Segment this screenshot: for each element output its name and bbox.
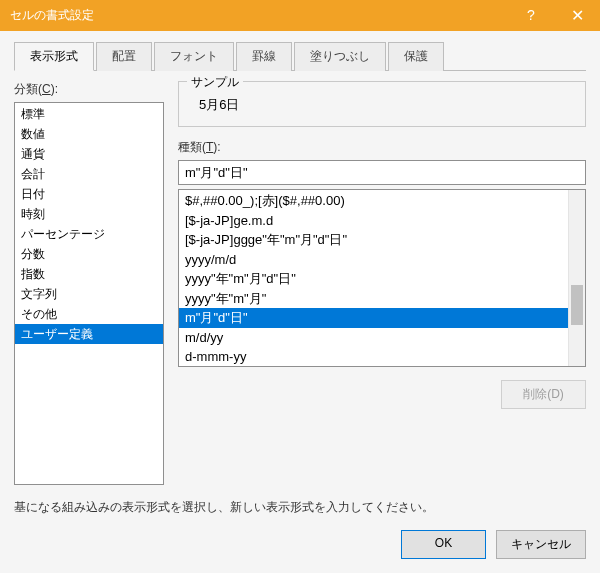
category-item[interactable]: 日付: [15, 184, 163, 204]
category-label: 分類(C):: [14, 81, 164, 98]
category-item[interactable]: 文字列: [15, 284, 163, 304]
type-item[interactable]: d-mmm-yy: [179, 347, 568, 366]
tab-alignment[interactable]: 配置: [96, 42, 152, 71]
tab-fill[interactable]: 塗りつぶし: [294, 42, 386, 71]
type-input[interactable]: [178, 160, 586, 185]
category-item[interactable]: 分数: [15, 244, 163, 264]
dialog-body: 表示形式 配置 フォント 罫線 塗りつぶし 保護 分類(C): 標準数値通貨会計…: [0, 30, 600, 573]
tab-font[interactable]: フォント: [154, 42, 234, 71]
category-item[interactable]: 通貨: [15, 144, 163, 164]
category-listbox[interactable]: 標準数値通貨会計日付時刻パーセンテージ分数指数文字列その他ユーザー定義: [14, 102, 164, 485]
tab-protection[interactable]: 保護: [388, 42, 444, 71]
type-item[interactable]: yyyy"年"m"月"d"日": [179, 269, 568, 289]
category-item[interactable]: パーセンテージ: [15, 224, 163, 244]
category-column: 分類(C): 標準数値通貨会計日付時刻パーセンテージ分数指数文字列その他ユーザー…: [14, 81, 164, 485]
content-row: 分類(C): 標準数値通貨会計日付時刻パーセンテージ分数指数文字列その他ユーザー…: [14, 81, 586, 485]
category-item[interactable]: ユーザー定義: [15, 324, 163, 344]
category-item[interactable]: 会計: [15, 164, 163, 184]
help-button[interactable]: ?: [508, 0, 554, 30]
hint-text: 基になる組み込みの表示形式を選択し、新しい表示形式を入力してください。: [14, 499, 586, 516]
category-item[interactable]: その他: [15, 304, 163, 324]
type-item[interactable]: yyyy"年"m"月": [179, 289, 568, 309]
sample-value: 5月6日: [191, 96, 573, 114]
category-item[interactable]: 指数: [15, 264, 163, 284]
tabs: 表示形式 配置 フォント 罫線 塗りつぶし 保護: [14, 41, 586, 71]
titlebar: セルの書式設定 ? ✕: [0, 0, 600, 30]
type-item[interactable]: m/d/yy: [179, 328, 568, 348]
dialog-footer: OK キャンセル: [14, 516, 586, 559]
tab-number[interactable]: 表示形式: [14, 42, 94, 71]
delete-row: 削除(D): [178, 380, 586, 409]
sample-label: サンプル: [187, 74, 243, 91]
type-item[interactable]: $#,##0.00_);[赤]($#,##0.00): [179, 191, 568, 211]
type-label: 種類(T):: [178, 139, 586, 156]
scrollbar-thumb[interactable]: [571, 285, 583, 325]
category-item[interactable]: 時刻: [15, 204, 163, 224]
delete-button: 削除(D): [501, 380, 586, 409]
type-item[interactable]: [$-ja-JP]ge.m.d: [179, 211, 568, 231]
sample-box: サンプル 5月6日: [178, 81, 586, 127]
tab-border[interactable]: 罫線: [236, 42, 292, 71]
scrollbar[interactable]: [568, 190, 585, 366]
ok-button[interactable]: OK: [401, 530, 486, 559]
type-list-wrap: $#,##0.00_);[赤]($#,##0.00)[$-ja-JP]ge.m.…: [178, 189, 586, 367]
category-item[interactable]: 数値: [15, 124, 163, 144]
close-button[interactable]: ✕: [554, 0, 600, 30]
type-listbox[interactable]: $#,##0.00_);[赤]($#,##0.00)[$-ja-JP]ge.m.…: [179, 190, 568, 366]
type-item[interactable]: m"月"d"日": [179, 308, 568, 328]
cancel-button[interactable]: キャンセル: [496, 530, 586, 559]
right-column: サンプル 5月6日 種類(T): $#,##0.00_);[赤]($#,##0.…: [178, 81, 586, 485]
window-title: セルの書式設定: [10, 7, 508, 24]
type-item[interactable]: yyyy/m/d: [179, 250, 568, 270]
category-item[interactable]: 標準: [15, 104, 163, 124]
type-item[interactable]: [$-ja-JP]ggge"年"m"月"d"日": [179, 230, 568, 250]
